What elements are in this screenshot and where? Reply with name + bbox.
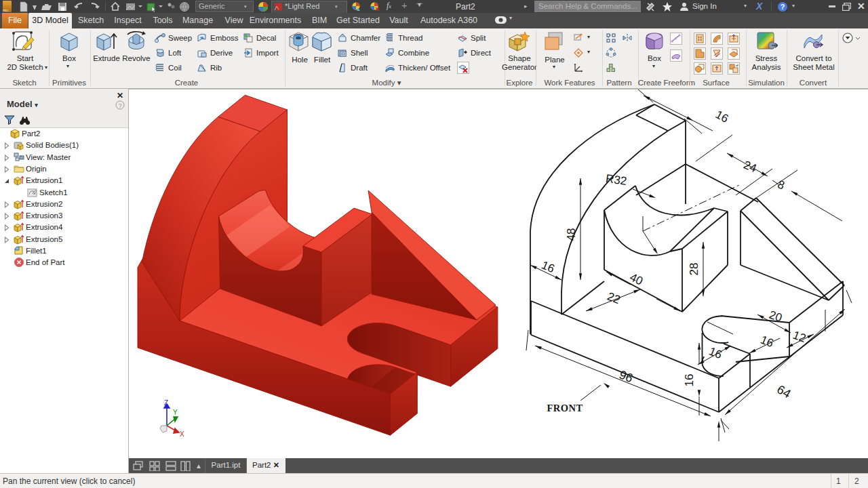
svg-text:Z: Z <box>164 399 168 407</box>
svg-text:22: 22 <box>606 290 623 307</box>
svg-text:24: 24 <box>742 159 759 176</box>
svg-text:64: 64 <box>774 382 793 401</box>
svg-text:Y: Y <box>173 409 178 416</box>
svg-text:12: 12 <box>791 329 808 345</box>
svg-text:8: 8 <box>776 178 786 192</box>
svg-text:16: 16 <box>540 258 557 275</box>
svg-text:FRONT: FRONT <box>547 403 583 413</box>
svg-text:28: 28 <box>688 263 701 276</box>
svg-text:16: 16 <box>707 345 724 362</box>
svg-text:R32: R32 <box>605 172 628 188</box>
svg-text:X: X <box>180 430 184 438</box>
svg-text:96: 96 <box>617 367 635 385</box>
svg-text:48: 48 <box>565 228 578 241</box>
svg-text:16: 16 <box>683 374 696 387</box>
svg-text:16: 16 <box>713 108 731 125</box>
svg-text:40: 40 <box>628 270 645 287</box>
